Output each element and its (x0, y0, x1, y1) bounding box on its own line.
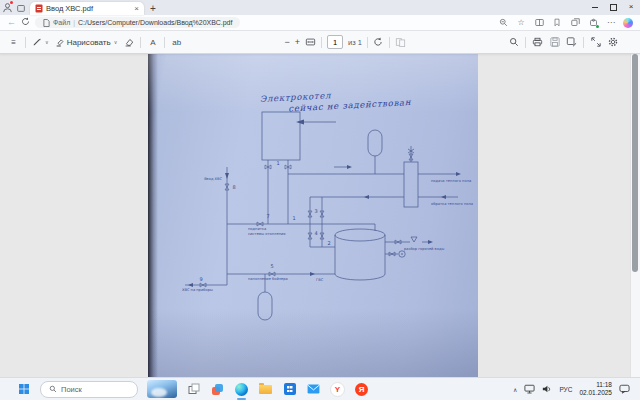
tab-actions-icon[interactable] (14, 1, 28, 14)
taskbar-search[interactable]: Поиск (40, 381, 138, 398)
tab-strip: Ввод ХВС.pdf × + × (0, 0, 640, 15)
paint-app-icon[interactable] (210, 382, 225, 397)
valve-number: 3 (314, 208, 317, 214)
divider (321, 37, 322, 48)
draw-label: Нарисовать (67, 38, 111, 47)
pdf-toolbar: ≡ ∨ Нарисовать ∨ A ab − + из 1 (0, 31, 640, 54)
back-icon[interactable]: ← (7, 18, 16, 27)
zoom-page-icon[interactable] (497, 17, 509, 29)
favorites-bar-icon[interactable] (551, 17, 563, 29)
scrollbar-thumb[interactable] (632, 54, 638, 272)
valve-number: 4 (314, 230, 317, 236)
hot-water-label: разбор горячей воды (404, 247, 444, 251)
yandex-app-icon[interactable]: Я (354, 382, 369, 397)
tab-title: Ввод ХВС.pdf (46, 4, 131, 13)
extension-status-dot (596, 25, 599, 28)
pdf-file-actions (508, 35, 618, 49)
microsoft-store-icon[interactable] (282, 382, 297, 397)
maximize-button[interactable] (604, 0, 622, 14)
scrollbar[interactable] (630, 54, 640, 377)
mail-app-icon[interactable] (306, 382, 321, 397)
edge-window: Ввод ХВС.pdf × + × ← Файл | C:/Users/Com… (0, 0, 640, 400)
address-bar: ← Файл | C:/Users/Computer/Downloads/Вво… (0, 15, 640, 31)
window-controls: × (586, 0, 640, 14)
search-icon[interactable] (508, 35, 519, 49)
divider (367, 37, 368, 48)
save-as-icon[interactable] (566, 35, 577, 49)
supply-label: подача теплого пола (431, 179, 471, 183)
save-icon[interactable] (549, 35, 560, 49)
favorite-star-icon[interactable]: ☆ (515, 17, 527, 29)
valve-number: 2 (327, 240, 330, 246)
chevron-down-icon: ∨ (114, 39, 118, 45)
inlet-label: Ввод ХВС (204, 177, 222, 181)
split-screen-icon[interactable] (533, 17, 545, 29)
eraser-icon[interactable] (123, 35, 134, 49)
url-text: C:/Users/Computer/Downloads/Ввод%20ХВС.p… (78, 19, 232, 26)
highlighter-icon (55, 37, 65, 47)
pen-tool-button[interactable]: ∨ (32, 37, 49, 47)
new-tab-button[interactable]: + (150, 3, 156, 14)
url-field[interactable]: Файл | C:/Users/Computer/Downloads/Ввод%… (35, 17, 240, 28)
hidden-icons-chevron[interactable]: ∧ (513, 386, 517, 393)
toc-menu-icon[interactable]: ≡ (8, 35, 19, 49)
edge-app-icon[interactable] (234, 382, 249, 397)
active-tab[interactable]: Ввод ХВС.pdf × (30, 2, 144, 15)
tab-close-icon[interactable]: × (134, 4, 139, 13)
valve-number: 9 (199, 276, 202, 282)
taskbar-apps: Поиск Y Я (16, 380, 369, 398)
expansion-tank-top (368, 130, 382, 156)
yandex-browser-icon[interactable]: Y (330, 382, 345, 397)
extensions-icon[interactable] (587, 17, 599, 29)
start-button[interactable] (16, 382, 31, 397)
minimize-button[interactable] (586, 0, 604, 14)
close-button[interactable]: × (622, 0, 640, 14)
zoom-in-button[interactable]: + (295, 37, 300, 47)
read-aloud-icon[interactable]: ab (171, 35, 182, 49)
divider (25, 37, 26, 48)
network-icon[interactable] (524, 384, 535, 395)
pdf-viewer-content[interactable]: 1 1 2 3 4 5 7 8 9 Ввод ХВС подпитка сист… (0, 54, 640, 377)
tray-time: 11:18 (579, 381, 612, 389)
notifications-icon[interactable] (619, 384, 630, 395)
active-app-indicator (237, 398, 246, 400)
volume-icon[interactable] (542, 384, 552, 395)
zoom-out-button[interactable]: − (284, 37, 289, 47)
pdf-page-photo: 1 1 2 3 4 5 7 8 9 Ввод ХВС подпитка сист… (148, 54, 478, 377)
add-text-icon[interactable]: A (147, 35, 158, 49)
feed-label: системы отопления (248, 232, 285, 236)
tray-clock[interactable]: 11:18 02.01.2025 (579, 381, 612, 397)
file-explorer-icon[interactable] (258, 382, 273, 397)
fit-width-icon[interactable] (305, 35, 316, 49)
more-menu-icon[interactable]: ⋯ (605, 17, 617, 29)
expansion-tank-bottom (258, 292, 272, 320)
rotate-icon[interactable] (373, 35, 384, 49)
task-view-icon[interactable] (186, 382, 201, 397)
copilot-icon[interactable] (623, 18, 633, 28)
page-view-icon[interactable] (395, 35, 406, 49)
search-placeholder: Поиск (61, 385, 82, 394)
system-tray: ∧ РУС 11:18 02.01.2025 (513, 381, 634, 397)
language-indicator[interactable]: РУС (559, 386, 572, 393)
divider (583, 37, 584, 48)
settings-gear-icon[interactable] (607, 35, 618, 49)
feed-label: подпитка (248, 227, 266, 231)
divider (389, 37, 390, 48)
collections-icon[interactable] (569, 17, 581, 29)
chevron-down-icon: ∨ (45, 39, 49, 45)
divider (140, 37, 141, 48)
valve-number: 5 (270, 263, 273, 269)
fullscreen-icon[interactable] (590, 35, 601, 49)
refresh-icon[interactable] (21, 17, 30, 28)
valve-number: 1 (276, 160, 279, 166)
divider (164, 37, 165, 48)
draw-highlight-button[interactable]: Нарисовать ∨ (55, 37, 118, 47)
pdf-zoom-page-controls: − + из 1 (284, 35, 405, 49)
tray-date: 02.01.2025 (579, 389, 612, 397)
profile-icon[interactable] (0, 1, 14, 14)
print-icon[interactable] (532, 35, 543, 49)
diagram-lines (185, 112, 458, 320)
gvs-label: ГВС (316, 278, 324, 282)
page-number-input[interactable] (327, 35, 343, 49)
widgets-weather-icon[interactable] (147, 380, 177, 398)
